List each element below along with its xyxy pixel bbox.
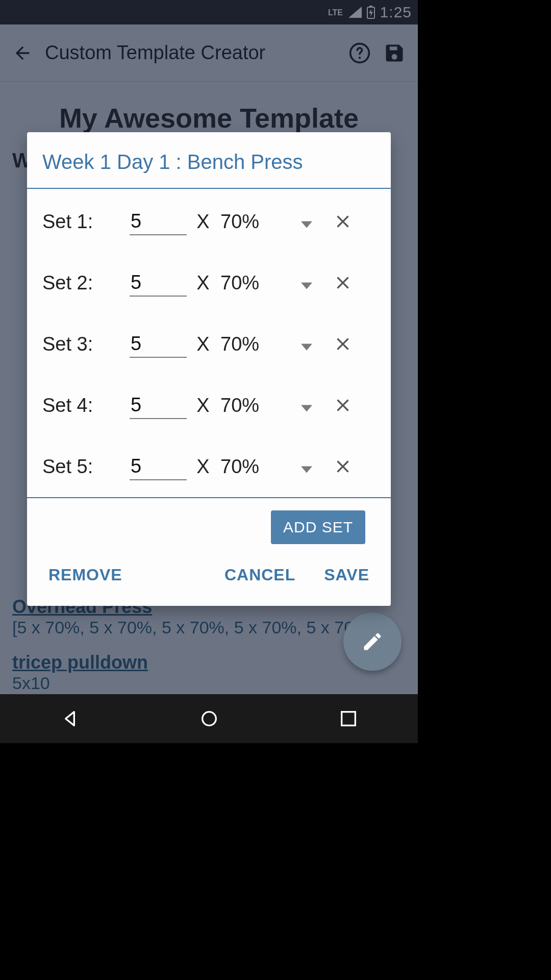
chevron-down-icon <box>301 333 312 355</box>
reps-input[interactable] <box>130 331 187 358</box>
set-row: Set 1: X 70% <box>27 189 391 250</box>
percentage-value: 70% <box>220 211 259 233</box>
nav-back-icon <box>60 708 80 729</box>
nav-home-button[interactable] <box>179 698 240 739</box>
percentage-value: 70% <box>220 456 259 478</box>
chevron-down-icon <box>301 272 312 294</box>
chevron-down-icon <box>301 456 312 478</box>
x-separator: X <box>195 456 211 478</box>
percentage-value: 70% <box>220 333 259 355</box>
set-row: Set 3: X 70% <box>27 311 391 373</box>
percentage-select[interactable]: 70% <box>219 271 316 295</box>
close-icon <box>333 334 353 354</box>
x-separator: X <box>195 333 211 355</box>
set-label: Set 3: <box>42 333 121 355</box>
remove-button[interactable]: REMOVE <box>42 562 129 587</box>
reps-input[interactable] <box>130 392 187 419</box>
set-row: Set 4: X 70% <box>27 373 391 434</box>
navigation-bar <box>0 694 418 743</box>
svg-marker-10 <box>301 405 312 411</box>
svg-rect-13 <box>341 712 355 726</box>
pencil-icon <box>361 630 384 653</box>
set-label: Set 5: <box>42 456 121 478</box>
percentage-value: 70% <box>220 272 259 294</box>
set-label: Set 1: <box>42 211 121 233</box>
nav-recents-button[interactable] <box>318 698 379 739</box>
percentage-select[interactable]: 70% <box>219 210 316 234</box>
edit-fab[interactable] <box>343 612 402 671</box>
nav-back-button[interactable] <box>39 698 101 739</box>
close-icon <box>333 211 353 232</box>
nav-home-icon <box>199 708 219 729</box>
delete-set-button[interactable] <box>324 203 361 240</box>
dialog-title: Week 1 Day 1 : Bench Press <box>27 132 391 189</box>
reps-input[interactable] <box>130 208 187 235</box>
close-icon <box>333 395 353 415</box>
save-button[interactable]: SAVE <box>318 562 375 587</box>
delete-set-button[interactable] <box>324 326 361 362</box>
svg-marker-8 <box>301 282 312 289</box>
x-separator: X <box>195 395 211 416</box>
close-icon <box>333 273 353 293</box>
add-set-button[interactable]: ADD SET <box>271 510 365 544</box>
set-row: Set 5: X 70% <box>27 434 391 495</box>
addset-row: ADD SET <box>27 498 391 547</box>
percentage-select[interactable]: 70% <box>219 394 316 418</box>
percentage-select[interactable]: 70% <box>219 455 316 479</box>
set-editor-dialog: Week 1 Day 1 : Bench Press Set 1: X 70% … <box>27 132 391 606</box>
delete-set-button[interactable] <box>324 387 361 424</box>
x-separator: X <box>195 272 211 294</box>
chevron-down-icon <box>301 395 312 416</box>
set-label: Set 2: <box>42 272 121 294</box>
svg-point-12 <box>202 712 216 726</box>
dialog-actions: REMOVE CANCEL SAVE <box>27 547 391 606</box>
percentage-value: 70% <box>220 395 259 416</box>
svg-marker-11 <box>301 466 312 473</box>
delete-set-button[interactable] <box>324 264 361 301</box>
reps-input[interactable] <box>130 453 187 480</box>
svg-marker-7 <box>301 221 312 228</box>
set-label: Set 4: <box>42 395 121 416</box>
close-icon <box>333 456 353 477</box>
nav-recents-icon <box>338 708 359 729</box>
screen: LTE 1:25 Custom Template Creator My Awes… <box>0 0 418 743</box>
reps-input[interactable] <box>130 270 187 297</box>
percentage-select[interactable]: 70% <box>219 332 316 356</box>
chevron-down-icon <box>301 211 312 233</box>
svg-marker-9 <box>301 344 312 350</box>
cancel-button[interactable]: CANCEL <box>218 562 302 587</box>
x-separator: X <box>195 211 211 233</box>
delete-set-button[interactable] <box>324 448 361 485</box>
set-row: Set 2: X 70% <box>27 250 391 311</box>
